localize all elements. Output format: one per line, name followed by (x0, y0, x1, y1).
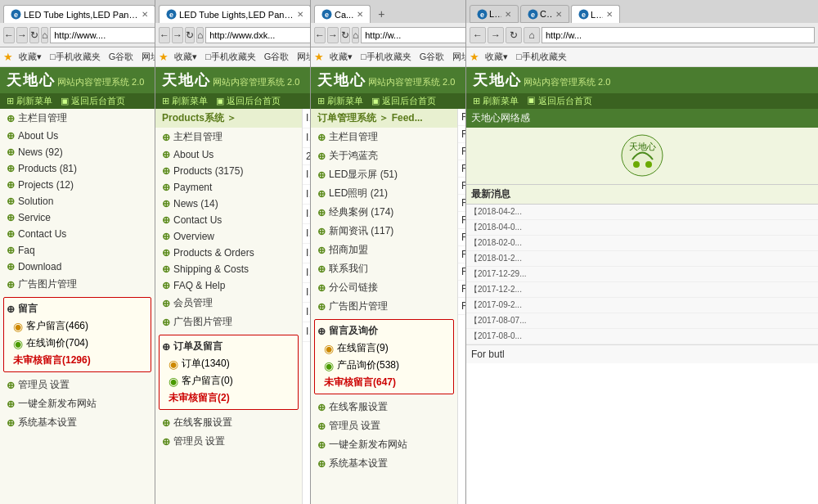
content-item-2-1[interactable]: Inquiry for 【200... (303, 128, 310, 148)
bk-google-3[interactable]: G谷歌 (417, 50, 447, 64)
bk-phone-1[interactable]: □手机收藏夹 (47, 50, 103, 64)
address-input-1[interactable] (50, 27, 155, 43)
bk-wangzhi-1[interactable]: 网址大全 (139, 50, 155, 64)
s2-item-4[interactable]: ⊕News (14) (155, 196, 302, 212)
content-item-2-11[interactable]: Inquiry for 【40W... (303, 322, 310, 342)
refresh-btn-3[interactable]: ↻ (340, 27, 350, 43)
s2-item-8[interactable]: ⊕Shipping & Costs (155, 261, 302, 277)
bk-phone-4[interactable]: □手机收藏夹 (514, 50, 569, 64)
s2-item-11[interactable]: ⊕广告图片管理 (155, 313, 302, 331)
date-item-7[interactable]: 【2017-08-07... (466, 313, 818, 329)
sidebar-news-1[interactable]: ⊕News (92) (0, 144, 155, 160)
sidebar-settings-1[interactable]: ⊕系统基本设置 (0, 413, 155, 432)
bk-shoucan-1[interactable]: 收藏▾ (16, 50, 44, 64)
section-item-3-red[interactable]: 未审核留言(1296) (7, 352, 148, 369)
s3-sec-item-0[interactable]: ◉在线留言(9) (317, 340, 451, 357)
back-btn-1[interactable]: ← (3, 27, 15, 43)
home-btn-3[interactable]: ⌂ (352, 27, 359, 43)
tab-4-car[interactable]: e Car ✕ (520, 5, 569, 23)
content-item-2-6[interactable]: Inquiry for 【80W... (303, 224, 310, 244)
tab-4-led-close[interactable]: ✕ (505, 10, 511, 19)
s3-item-3[interactable]: ⊕LED照明 (21) (311, 184, 457, 203)
content-item-2-3[interactable]: Inquiry for 【200... (303, 165, 310, 185)
content-item-3-4[interactable]: For F-ord Mercury 3... (458, 178, 465, 195)
tab-3-close[interactable]: ✕ (357, 10, 363, 19)
s3-item-4[interactable]: ⊕经典案例 (174) (311, 203, 457, 222)
content-item-2-0[interactable]: Inquiry for 【200... (303, 109, 310, 128)
s3-item-7[interactable]: ⊕联系我们 (311, 259, 457, 278)
cms-refresh-3[interactable]: ⊞ 刷新菜单 (317, 95, 363, 107)
content-item-3-7[interactable]: For F-ord 3 button re... (458, 229, 465, 246)
cms-back-3[interactable]: ▣ 返回后台首页 (371, 95, 436, 107)
s2-bot-0[interactable]: ⊕在线客服设置 (155, 413, 302, 432)
s3-item-0[interactable]: ⊕主栏目管理 (311, 128, 457, 146)
content-item-2-2[interactable]: 200W LED High l... (303, 148, 310, 165)
bk-phone-3[interactable]: □手机收藏夹 (358, 50, 414, 64)
bk-shoucan-2[interactable]: 收藏▾ (172, 50, 200, 64)
s2-item-1[interactable]: ⊕About Us (155, 146, 302, 163)
s2-sec-item-1[interactable]: ◉客户留言(0) (162, 372, 295, 389)
s3-sec-item-1[interactable]: ◉产品询价(538) (317, 357, 451, 374)
content-item-2-10[interactable]: Inquiry for 【60W... (303, 303, 310, 322)
content-item-3-6[interactable]: For C-hevrolet Aveo... (458, 212, 465, 229)
sidebar-contactus-1[interactable]: ⊕Contact Us (0, 226, 155, 242)
sidebar-zhulmu-1[interactable]: ⊕主栏目管理 (0, 109, 155, 128)
s2-item-3[interactable]: ⊕Payment (155, 179, 302, 196)
cms-back-1[interactable]: ▣ 返回后台首页 (61, 95, 125, 107)
forward-btn-2[interactable]: → (172, 27, 183, 43)
back-btn-3[interactable]: ← (314, 27, 326, 43)
tab-4-car-close[interactable]: ✕ (555, 10, 562, 19)
content-item-3-11[interactable]: For O-pel 2 button fil... (458, 298, 465, 315)
address-input-2[interactable] (205, 27, 311, 43)
new-tab-btn-3[interactable]: + (372, 5, 390, 23)
s3-item-2[interactable]: ⊕LED显示屏 (51) (311, 165, 457, 184)
tab-1-close[interactable]: ✕ (142, 10, 148, 19)
content-item-2-7[interactable]: Inquiry for 【100... (303, 244, 310, 263)
bk-phone-2[interactable]: □手机收藏夹 (203, 50, 258, 64)
s2-item-0[interactable]: ⊕主栏目管理 (155, 128, 302, 146)
s2-sec-item-2-red[interactable]: 未审核留言(2) (162, 389, 295, 407)
s3-sec-item-2-red[interactable]: 未审核留言(647) (317, 374, 451, 391)
s2-item-6[interactable]: ⊕Overview (155, 228, 302, 245)
s2-item-9[interactable]: ⊕FAQ & Help (155, 277, 302, 294)
bk-wangzhi-3[interactable]: 网址大全 (450, 50, 465, 64)
refresh-btn-4[interactable]: ↻ (506, 27, 522, 43)
date-item-6[interactable]: 【2017-09-2... (466, 298, 818, 313)
home-btn-2[interactable]: ⌂ (196, 27, 204, 43)
tab-1-active[interactable]: e LED Tube Lights,LED Panel Li... ✕ (3, 5, 155, 23)
bk-google-1[interactable]: G谷歌 (106, 50, 137, 64)
date-item-4[interactable]: 【2017-12-29... (466, 267, 818, 282)
s3-item-9[interactable]: ⊕广告图片管理 (311, 297, 457, 316)
refresh-btn-2[interactable]: ↻ (185, 27, 195, 43)
s2-item-10[interactable]: ⊕会员管理 (155, 294, 302, 313)
s3-item-1[interactable]: ⊕关于鸿蓝亮 (311, 146, 457, 165)
content-item-3-5[interactable]: For C-hevrolet transp... (458, 195, 465, 212)
back-btn-4[interactable]: ← (470, 27, 486, 43)
content-item-2-4[interactable]: Inquiry for 【200... (303, 185, 310, 205)
content-item-3-2[interactable]: For F-ord 3 button re... (458, 143, 465, 160)
content-item-3-3[interactable]: For F-ord 4 button re... (458, 160, 465, 178)
tab-2-active[interactable]: e LED Tube Lights,LED Panel Li... ✕ (159, 5, 311, 23)
address-input-4[interactable] (542, 27, 815, 43)
content-item-3-8[interactable]: For F-ord 4 button re... (458, 246, 465, 263)
tab-4-led2[interactable]: e LED ✕ (571, 5, 620, 23)
sidebar-solution-1[interactable]: ⊕Solution (0, 193, 155, 209)
s2-item-5[interactable]: ⊕Contact Us (155, 212, 302, 228)
bk-google-2[interactable]: G谷歌 (262, 50, 292, 64)
back-btn-2[interactable]: ← (159, 27, 170, 43)
date-item-8[interactable]: 【2017-08-0... (466, 329, 818, 344)
sidebar-service-1[interactable]: ⊕Service (0, 209, 155, 226)
s3-item-8[interactable]: ⊕分公司链接 (311, 278, 457, 297)
refresh-btn-1[interactable]: ↻ (29, 27, 39, 43)
sidebar-publish-1[interactable]: ⊕一键全新发布网站 (0, 394, 155, 413)
content-item-2-9[interactable]: Inquiry for 【100... (303, 283, 310, 303)
sidebar-aboutus-1[interactable]: ⊕About Us (0, 128, 155, 144)
content-item-3-0[interactable]: For C-hevrolet transp... (458, 109, 465, 126)
content-item-3-1[interactable]: For C-hevrolet Aveo... (458, 126, 465, 143)
tab-3-active[interactable]: e Ca... ✕ (314, 5, 371, 23)
section-item-2[interactable]: ◉在线询价(704) (7, 335, 148, 352)
content-item-2-8[interactable]: Inquiry for 【140... (303, 263, 310, 283)
content-item-3-10[interactable]: For B-MW Mini 2 but... (458, 281, 465, 298)
bk-wangzhi-2[interactable]: 网址大全 (294, 50, 310, 64)
sidebar-projects-1[interactable]: ⊕Projects (12) (0, 177, 155, 193)
